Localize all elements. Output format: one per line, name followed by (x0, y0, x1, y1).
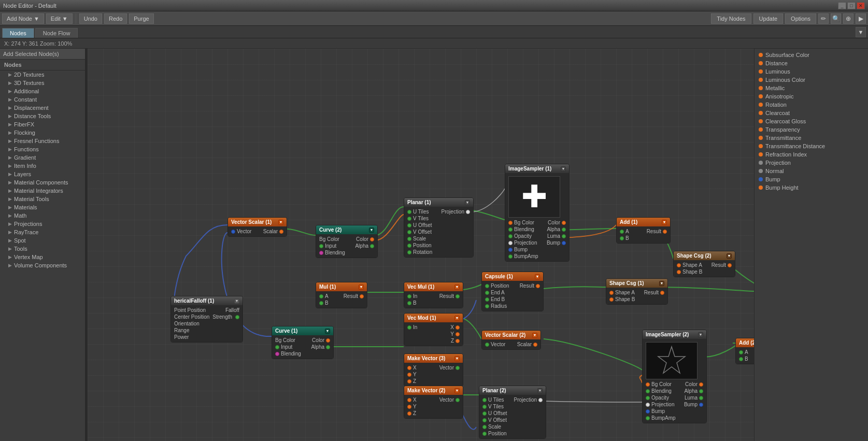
node-expand-btn[interactable]: ▼ (659, 281, 664, 286)
sidebar-item-additional[interactable]: ▶Additional (0, 87, 85, 95)
port-in[interactable] (407, 210, 411, 214)
port-in[interactable] (485, 304, 489, 308)
port-in[interactable] (482, 425, 487, 429)
port-in[interactable] (407, 294, 411, 298)
port-in[interactable] (407, 223, 411, 227)
maximize-button[interactable]: □ (847, 2, 856, 9)
node-expand-btn[interactable]: ▼ (454, 284, 460, 290)
port-out[interactable] (533, 343, 537, 347)
right-panel-item[interactable]: Bump (755, 175, 868, 183)
node-vector-scalar-2[interactable]: Vector Scalar (2) ▼ Vector Scalar (481, 330, 541, 350)
tab-node-flow[interactable]: Node Flow (35, 28, 78, 38)
node-canvas[interactable]: hericalFalloff (1) ▼ Point Position Fall… (88, 49, 754, 441)
add-node-menu[interactable]: Add Node ▼ (2, 13, 44, 24)
port-a[interactable] (319, 294, 323, 298)
right-panel-item[interactable]: Refraction Index (755, 150, 868, 159)
port-in[interactable] (407, 244, 411, 248)
chevron-right-icon[interactable]: ▶ (856, 13, 866, 24)
port-out[interactable] (456, 339, 460, 343)
sidebar-item-material-tools[interactable]: ▶Material Tools (0, 195, 85, 203)
port-in[interactable] (508, 221, 513, 225)
node-add-1[interactable]: Add (1) ▼ A Result B (616, 217, 671, 244)
sidebar-add-selected[interactable]: Add Selected Node(s) (0, 49, 85, 60)
node-expand-btn[interactable]: ▼ (454, 316, 460, 321)
right-panel-item[interactable]: Transmittance (755, 134, 868, 142)
port-in[interactable] (646, 403, 650, 407)
sidebar-item-raytrace[interactable]: ▶RayTrace (0, 228, 85, 236)
node-expand-btn[interactable]: ▼ (727, 253, 732, 259)
undo-button[interactable]: Undo (79, 13, 102, 24)
right-panel-item[interactable]: Transmittance Distance (755, 142, 868, 150)
node-expand-btn[interactable]: ▼ (454, 356, 460, 361)
port-b[interactable] (677, 270, 681, 274)
search2-icon[interactable]: ⊕ (843, 13, 853, 24)
port-out[interactable] (370, 237, 374, 241)
tab-nodes[interactable]: Nodes (2, 28, 34, 38)
node-spherical-falloff[interactable]: hericalFalloff (1) ▼ Point Position Fall… (170, 296, 243, 343)
node-curve-1[interactable]: Curve (1) ▼ Bg Color Color Input (272, 326, 334, 359)
right-panel-item[interactable]: Clearcoat (755, 109, 868, 117)
sidebar-item-spot[interactable]: ▶Spot (0, 236, 85, 245)
port-in[interactable] (482, 398, 487, 402)
port-in[interactable] (275, 345, 279, 349)
sidebar-item-volume-components[interactable]: ▶Volume Components (0, 261, 85, 269)
port-b[interactable] (739, 357, 743, 361)
node-vector-scalar-1[interactable]: Vector Scalar (1) ▼ Vector Scalar (227, 217, 287, 237)
sidebar-item-item-info[interactable]: ▶Item Info (0, 162, 85, 170)
port-in[interactable] (646, 416, 650, 420)
port-out[interactable] (562, 234, 566, 238)
port-x[interactable] (407, 398, 411, 402)
port-in[interactable] (508, 254, 513, 259)
port-in[interactable] (407, 325, 411, 330)
port-in[interactable] (407, 237, 411, 241)
sidebar-item-material-integrators[interactable]: ▶Material Integrators (0, 187, 85, 195)
port-in[interactable] (482, 411, 487, 416)
port-in[interactable] (485, 291, 489, 295)
port-in[interactable] (275, 352, 279, 356)
sidebar-item-flocking[interactable]: ▶Flocking (0, 129, 85, 137)
port-out[interactable] (456, 332, 460, 336)
port-in[interactable] (482, 432, 487, 436)
node-expand-btn[interactable]: ▼ (454, 388, 460, 393)
sidebar-item-layers[interactable]: ▶Layers (0, 170, 85, 178)
port-z[interactable] (407, 379, 411, 383)
sidebar-item-materials[interactable]: ▶Materials (0, 203, 85, 211)
sidebar-item-vertex-map[interactable]: ▶Vertex Map (0, 253, 85, 261)
close-button[interactable]: ✕ (857, 2, 865, 9)
port-in[interactable] (646, 389, 650, 393)
node-expand-btn[interactable]: ▼ (561, 166, 566, 172)
port-in[interactable] (646, 382, 650, 387)
port-out[interactable] (699, 403, 703, 407)
node-vec-mul-1[interactable]: Vec Mul (1) ▼ In Result (404, 282, 463, 308)
port-out[interactable] (699, 396, 703, 400)
node-make-vector-3[interactable]: Make Vector (3) ▼ X Vector (404, 353, 463, 387)
node-expand-btn[interactable]: ▼ (325, 329, 330, 334)
port-out[interactable] (728, 263, 732, 267)
port-in[interactable] (485, 297, 489, 302)
sidebar-item-displacement[interactable]: ▶Displacement (0, 104, 85, 112)
port-out[interactable] (466, 210, 470, 214)
node-shape-csg-2[interactable]: Shape Csg (2) ▼ Shape A Result (673, 251, 735, 277)
tab-arrow-icon[interactable]: ▼ (856, 27, 866, 37)
port-in[interactable] (231, 230, 235, 234)
right-panel-item[interactable]: Luminous Color (755, 76, 868, 84)
minimize-button[interactable]: _ (838, 2, 846, 9)
port-in[interactable] (482, 405, 487, 409)
right-panel-item[interactable]: Bump Height (755, 183, 868, 192)
node-planar-2[interactable]: Planar (2) ▼ U Tiles Projection (479, 386, 546, 439)
port-out[interactable] (699, 382, 703, 387)
node-curve-2[interactable]: Curve (2) ▼ Bg Color Color Input (316, 225, 378, 258)
sidebar-item-tools[interactable]: ▶Tools (0, 245, 85, 253)
port-out[interactable] (538, 398, 543, 402)
right-panel-item[interactable]: Subsurface Color (755, 51, 868, 59)
port-in[interactable] (508, 241, 513, 245)
port-a[interactable] (620, 230, 624, 234)
right-panel-item[interactable]: Normal (755, 167, 868, 175)
node-expand-btn[interactable]: ▼ (278, 220, 283, 225)
port-out[interactable] (660, 291, 664, 295)
right-panel-item[interactable]: Distance (755, 59, 868, 67)
right-panel-item[interactable]: Metallic (755, 84, 868, 92)
port-in[interactable] (482, 418, 487, 422)
node-image-sampler-2[interactable]: ImageSampler (2) ▼ Bg Color Color (642, 330, 707, 423)
sidebar-item-functions[interactable]: ▶Functions (0, 145, 85, 153)
